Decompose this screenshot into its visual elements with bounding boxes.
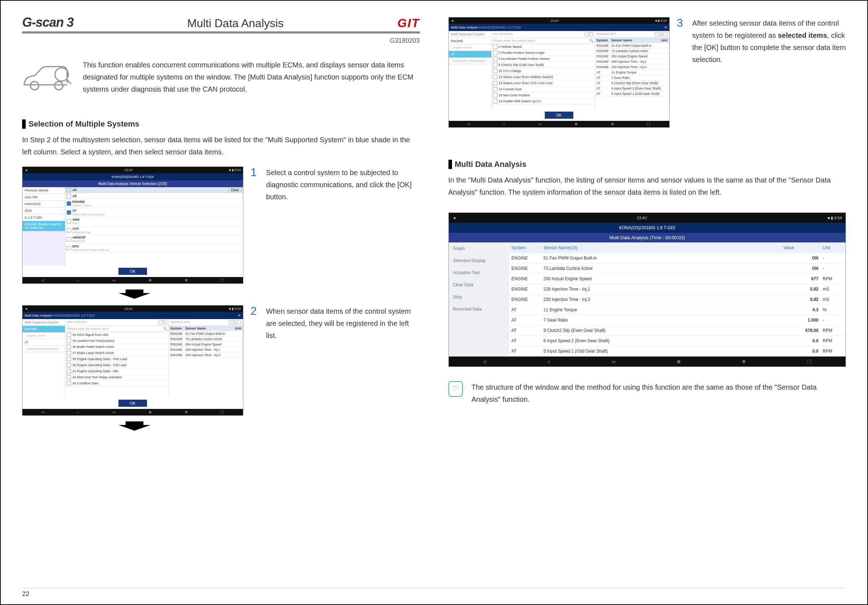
doc-code: G3180203 [22, 37, 420, 45]
page-title: Multi Data Analysis [187, 17, 284, 30]
step-number-1: 1 [250, 167, 257, 178]
page-number: 22 [22, 588, 846, 598]
step1-desc: Select a control system to be subjected … [266, 167, 420, 203]
svg-marker-4 [118, 289, 150, 299]
step2-desc: When sensor data items of the control sy… [266, 305, 420, 342]
down-arrow-icon [118, 289, 150, 299]
screenshot-step2: ◄13.4V■ ▮ 8:54 Multi Data Analysis KONA(… [22, 305, 243, 416]
screenshot-analysis: ◄13.4V■ ▮ 8:54 KONA(OS)/2018/G 1.6 T-GDI… [448, 212, 846, 367]
intro-text: This function enables concurrent communi… [83, 59, 420, 95]
ok-button[interactable]: OK [118, 400, 147, 407]
ok-button[interactable]: OK [118, 268, 147, 275]
section1-title: Selection of Multiple Systems [28, 119, 140, 129]
section-heading: Selection of Multiple Systems [22, 119, 420, 129]
car-scan-icon [22, 59, 72, 98]
screenshot-step1: ◄13.4V■ ▮ 8:54 KONA(OS)/2018/G 1.6 T-GDI… [22, 167, 243, 284]
page-header: G-scan 3 Multi Data Analysis GIT [22, 15, 420, 34]
step-number-2: 2 [250, 305, 257, 317]
section2-body: In the "Multi Data Analysis" function, t… [448, 174, 846, 198]
step-number-3: 3 [677, 17, 683, 28]
svg-marker-5 [118, 421, 150, 431]
svg-point-1 [54, 81, 63, 90]
tip-bulb-icon: ♡ [448, 381, 463, 397]
section2-title: Multi Data Analysis [455, 160, 527, 169]
logo-gscan: G-scan 3 [22, 15, 73, 30]
logo-git: GIT [397, 16, 420, 30]
svg-point-0 [30, 81, 39, 90]
section1-body: In Step 2 of the multisystem selection, … [22, 134, 420, 158]
down-arrow-icon [118, 421, 150, 431]
section-heading: Multi Data Analysis [448, 160, 846, 169]
screenshot-step3: ◄13.4V■ ▮ 8:54 Multi Data Analysis KONA(… [448, 17, 670, 128]
ok-button[interactable]: OK [545, 111, 574, 119]
tip-text: The structure of the window and the meth… [471, 381, 846, 405]
step3-desc: After selecting sensor data items of the… [692, 17, 846, 66]
